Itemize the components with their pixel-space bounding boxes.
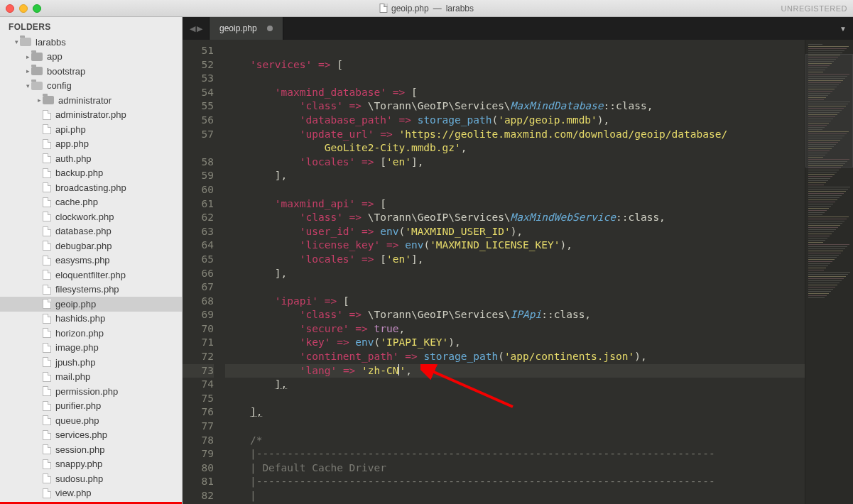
folder-item[interactable]: ▸administrator [0, 93, 182, 108]
file-item[interactable]: image.php [0, 341, 182, 356]
file-item[interactable]: debugbar.php [0, 239, 182, 253]
code-line[interactable]: | Default Cache Driver [225, 461, 805, 476]
code-line[interactable]: 'locales' => ['en'], [225, 155, 805, 170]
line-number[interactable]: 75 [183, 392, 214, 406]
file-item[interactable]: cache.php [0, 195, 182, 210]
file-item[interactable]: database.php [0, 224, 182, 239]
line-number[interactable]: 68 [183, 295, 214, 309]
file-item[interactable]: administrator.php [0, 108, 182, 123]
file-item[interactable]: mail.php [0, 370, 182, 385]
line-number[interactable]: 76 [183, 405, 214, 420]
line-number[interactable]: 55 [183, 99, 214, 114]
file-item[interactable]: api.php [0, 122, 182, 137]
code-line[interactable]: 'lang' => 'zh-CN', [225, 364, 805, 378]
code-line[interactable]: |---------------------------------------… [225, 475, 805, 489]
file-item[interactable]: clockwork.php [0, 209, 182, 224]
line-number[interactable] [183, 141, 214, 155]
folder-item[interactable]: ▸bootstrap [0, 64, 182, 79]
file-item[interactable]: geoip.php [0, 297, 182, 312]
line-number[interactable]: 57 [183, 128, 214, 142]
file-item[interactable]: broadcasting.php [0, 180, 182, 195]
file-item[interactable]: filesystems.php [0, 283, 182, 297]
line-number[interactable]: 72 [183, 350, 214, 364]
folder-item[interactable]: ▾larabbs [0, 35, 182, 50]
nav-back-icon[interactable]: ◀ [190, 24, 195, 33]
file-item[interactable]: sudosu.php [0, 471, 182, 486]
code-line[interactable] [225, 72, 805, 86]
code-line[interactable]: ], [225, 169, 805, 183]
line-number[interactable]: 62 [183, 211, 214, 225]
line-number[interactable]: 71 [183, 336, 214, 350]
line-number[interactable]: 52 [183, 58, 214, 72]
file-item[interactable]: jpush.php [0, 355, 182, 370]
file-item[interactable]: easysms.php [0, 253, 182, 268]
file-item[interactable]: auth.php [0, 151, 182, 166]
code-line[interactable] [225, 183, 805, 197]
line-number[interactable]: 63 [183, 225, 214, 239]
line-number[interactable]: 70 [183, 322, 214, 336]
code-line[interactable]: 'locales' => ['en'], [225, 253, 805, 267]
file-item[interactable]: app.php [0, 137, 182, 152]
code-line[interactable]: 'key' => env('IPAPI_KEY'), [225, 336, 805, 350]
file-item[interactable]: services.php [0, 428, 182, 443]
line-number[interactable]: 66 [183, 267, 214, 281]
file-item[interactable]: session.php [0, 442, 182, 457]
line-number[interactable]: 64 [183, 239, 214, 253]
code-line[interactable]: | [225, 489, 805, 503]
line-number[interactable]: 60 [183, 183, 214, 197]
line-number[interactable]: 67 [183, 280, 214, 295]
file-item[interactable]: queue.php [0, 413, 182, 428]
code-line[interactable]: 'continent_path' => storage_path('app/co… [225, 350, 805, 364]
folder-item[interactable]: ▸app [0, 50, 182, 65]
line-number[interactable]: 73 [183, 364, 214, 378]
file-item[interactable]: horizon.php [0, 326, 182, 341]
code-line[interactable]: 'update_url' => 'https://geolite.maxmind… [225, 128, 805, 142]
line-number[interactable]: 77 [183, 420, 214, 434]
disclosure-arrow-icon[interactable]: ▾ [24, 82, 31, 89]
line-number[interactable]: 54 [183, 86, 214, 100]
minimap[interactable] [805, 40, 853, 504]
code-line[interactable]: 'class' => \Torann\GeoIP\Services\MaxMin… [225, 211, 805, 225]
code-line[interactable]: 'license_key' => env('MAXMIND_LICENSE_KE… [225, 239, 805, 253]
disclosure-arrow-icon[interactable]: ▸ [24, 67, 31, 75]
line-number[interactable]: 79 [183, 447, 214, 461]
file-item[interactable]: hashids.php [0, 312, 182, 327]
code-line[interactable]: ], [225, 267, 805, 281]
file-item[interactable]: backup.php [0, 166, 182, 181]
close-window-button[interactable] [6, 4, 14, 13]
line-number-gutter[interactable]: 5152535455565758596061626364656667686970… [183, 40, 221, 504]
line-number[interactable]: 80 [183, 461, 214, 476]
code-line[interactable]: 'services' => [ [225, 58, 805, 72]
line-number[interactable]: 58 [183, 155, 214, 170]
code-line[interactable] [225, 44, 805, 58]
code-line[interactable]: ], [225, 378, 805, 392]
line-number[interactable]: 65 [183, 253, 214, 267]
line-number[interactable]: 61 [183, 197, 214, 212]
folder-item[interactable]: ▾config [0, 79, 182, 94]
line-number[interactable]: 56 [183, 114, 214, 128]
line-number[interactable]: 51 [183, 44, 214, 58]
code-line[interactable] [225, 420, 805, 434]
file-item[interactable]: view.php [0, 486, 182, 501]
file-item[interactable]: permission.php [0, 384, 182, 399]
disclosure-arrow-icon[interactable]: ▸ [24, 53, 31, 60]
file-item[interactable]: purifier.php [0, 399, 182, 414]
file-tree[interactable]: ▾larabbs▸app▸bootstrap▾config▸administra… [0, 35, 182, 502]
code-line[interactable]: GeoLite2-City.mmdb.gz', [225, 141, 805, 155]
line-number[interactable]: 69 [183, 308, 214, 322]
line-number[interactable]: 53 [183, 72, 214, 86]
line-number[interactable]: 82 [183, 489, 214, 503]
code-line[interactable]: 'user_id' => env('MAXMIND_USER_ID'), [225, 225, 805, 239]
line-number[interactable]: 74 [183, 378, 214, 392]
code-line[interactable]: 'class' => \Torann\GeoIP\Services\IPApi:… [225, 308, 805, 322]
code-line[interactable]: ], [225, 405, 805, 420]
tab-active[interactable]: geoip.php [210, 17, 283, 40]
code-line[interactable]: 'class' => \Torann\GeoIP\Services\MaxMin… [225, 99, 805, 114]
line-number[interactable]: 78 [183, 434, 214, 448]
code-area[interactable]: 5152535455565758596061626364656667686970… [183, 40, 853, 504]
code-text[interactable]: 'services' => [ 'maxmind_database' => [ … [221, 40, 805, 504]
line-number[interactable]: 59 [183, 169, 214, 183]
code-line[interactable]: 'database_path' => storage_path('app/geo… [225, 114, 805, 128]
code-line[interactable] [225, 280, 805, 295]
minimize-window-button[interactable] [19, 4, 28, 13]
